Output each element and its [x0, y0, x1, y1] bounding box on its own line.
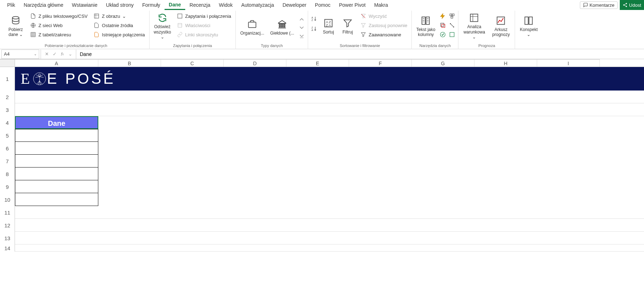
banner-text: E POSÉ: [47, 70, 115, 87]
queries-connections-button[interactable]: Zapytania i połączenia: [175, 11, 233, 21]
get-data-button[interactable]: Pobierz dane ⌄: [5, 11, 26, 41]
data-validation-button[interactable]: [439, 31, 447, 38]
cell-A7[interactable]: [15, 155, 98, 167]
name-box-dropdown-icon[interactable]: ⌄: [34, 52, 37, 56]
comments-button[interactable]: Komentarze: [580, 1, 618, 9]
row-header-11[interactable]: 11: [0, 206, 15, 219]
tab-formuly[interactable]: Formuły: [138, 1, 165, 9]
tab-power-pivot[interactable]: Power Pivot: [335, 1, 370, 9]
data-types-scroll-down[interactable]: [298, 24, 306, 32]
tab-automatyzacja[interactable]: Automatyzacja: [237, 1, 278, 9]
select-all-corner[interactable]: [0, 59, 15, 67]
data-types-more[interactable]: [298, 32, 306, 40]
flash-fill-button[interactable]: [439, 12, 447, 20]
cell-A10[interactable]: [15, 193, 98, 206]
col-header-D[interactable]: D: [224, 59, 286, 67]
col-header-H[interactable]: H: [474, 59, 537, 67]
row-header-6[interactable]: 6: [0, 142, 15, 155]
cancel-formula-button[interactable]: ✕: [43, 51, 50, 58]
outline-button[interactable]: Konspekt⌄: [517, 11, 540, 41]
enter-formula-button[interactable]: ✓: [51, 51, 58, 58]
filter-button[interactable]: Filtruj: [339, 11, 357, 41]
organization-button[interactable]: Organizacj...: [238, 13, 266, 42]
relationships-button[interactable]: [448, 21, 456, 29]
remove-duplicates-button[interactable]: [439, 21, 447, 29]
tab-recenzja[interactable]: Recenzja: [185, 1, 214, 9]
cell-A8[interactable]: [15, 167, 98, 180]
data-types-scroll-up[interactable]: [298, 15, 306, 23]
svg-rect-14: [422, 17, 425, 24]
row-header-5[interactable]: 5: [0, 129, 15, 142]
tab-narzedzia-glowne[interactable]: Narzędzia główne: [20, 1, 68, 9]
forecast-sheet-button[interactable]: Arkusz prognozy: [489, 11, 513, 41]
row-header-4[interactable]: 4: [0, 116, 15, 129]
row-header-14[interactable]: 14: [0, 244, 15, 252]
existing-connections-button[interactable]: Istniejące połączenia: [91, 30, 147, 39]
from-csv-button[interactable]: Z pliku tekstowego/CSV: [28, 11, 90, 21]
formula-dropdown-icon[interactable]: ⌄: [67, 51, 74, 58]
text-to-columns-button[interactable]: Tekst jako kolumny: [414, 11, 437, 41]
comment-icon: [583, 2, 588, 7]
manage-data-model-button[interactable]: [448, 31, 456, 38]
row-header-2[interactable]: 2: [0, 91, 15, 103]
recent-sources-button[interactable]: Ostatnie źródła: [91, 21, 147, 30]
tab-makra[interactable]: Makra: [370, 1, 392, 9]
row-header-12[interactable]: 12: [0, 219, 15, 232]
row-header-1[interactable]: 1: [0, 67, 15, 91]
from-image-button[interactable]: Z obrazu ⌄: [91, 11, 147, 21]
group-queries-label: Zapytania i połączenia: [152, 43, 233, 48]
col-header-F[interactable]: F: [349, 59, 412, 67]
formula-input[interactable]: [76, 50, 644, 59]
row-header-3[interactable]: 3: [0, 103, 15, 116]
from-web-button[interactable]: Z sieci Web: [28, 21, 90, 30]
sort-icon: A ZZ A: [323, 17, 334, 29]
advanced-filter-button[interactable]: Zaawansowane: [358, 30, 409, 39]
col-header-G[interactable]: G: [412, 59, 474, 67]
whatif-label: Analiza warunkowa ⌄: [461, 24, 487, 40]
workbook-links-label: Linki skoroszytu: [185, 32, 218, 37]
cell-A5[interactable]: [15, 129, 98, 142]
row-header-7[interactable]: 7: [0, 155, 15, 167]
col-header-A[interactable]: A: [15, 59, 98, 67]
sort-asc-button[interactable]: AZ: [310, 15, 318, 23]
tab-dane[interactable]: Dane: [165, 0, 185, 10]
svg-rect-28: [529, 17, 533, 24]
tab-deweloper[interactable]: Deweloper: [278, 1, 311, 9]
svg-text:Z A: Z A: [326, 24, 331, 27]
sort-desc-button[interactable]: ZA: [310, 25, 318, 33]
col-header-E[interactable]: E: [286, 59, 349, 67]
cell-A4-selected[interactable]: Dane: [15, 116, 98, 129]
ribbon-group-outline: Konspekt⌄: [515, 11, 542, 49]
from-table-button[interactable]: Z tabeli/zakresu: [28, 30, 90, 39]
cell-A9[interactable]: [15, 180, 98, 193]
svg-rect-6: [249, 22, 256, 27]
banner-cell[interactable]: E E POSÉ: [15, 67, 644, 91]
row-header-9[interactable]: 9: [0, 180, 15, 193]
svg-point-0: [12, 16, 19, 19]
refresh-all-button[interactable]: Odśwież wszystko ⌄: [152, 11, 173, 41]
whatif-button[interactable]: Analiza warunkowa ⌄: [461, 11, 488, 41]
col-header-I[interactable]: I: [537, 59, 600, 67]
name-box[interactable]: A4 ⌄: [1, 50, 39, 59]
sort-button[interactable]: A ZZ A Sortuj: [320, 11, 337, 41]
queries-connections-label: Zapytania i połączenia: [185, 14, 231, 19]
tab-widok[interactable]: Widok: [214, 1, 237, 9]
row-header-8[interactable]: 8: [0, 167, 15, 180]
row-4: 4 Dane: [0, 116, 644, 129]
cell-A6[interactable]: [15, 142, 98, 155]
svg-rect-2: [31, 32, 35, 37]
stocks-button[interactable]: Giełdowe (...: [268, 13, 296, 42]
svg-rect-27: [525, 17, 528, 24]
ribbon-group-data-tools: Tekst jako kolumny Narzędzia danych: [412, 11, 458, 49]
col-header-C[interactable]: C: [161, 59, 224, 67]
tab-plik[interactable]: Plik: [3, 1, 20, 9]
row-header-10[interactable]: 10: [0, 193, 15, 206]
row-header-13[interactable]: 13: [0, 232, 15, 244]
col-header-B[interactable]: B: [98, 59, 161, 67]
consolidate-button[interactable]: [448, 12, 456, 20]
tab-wstawianie[interactable]: Wstawianie: [68, 1, 102, 9]
tab-pomoc[interactable]: Pomoc: [311, 1, 335, 9]
share-button[interactable]: Udost: [620, 0, 644, 10]
insert-function-button[interactable]: fx: [59, 51, 66, 58]
tab-uklad-strony[interactable]: Układ strony: [102, 1, 138, 9]
